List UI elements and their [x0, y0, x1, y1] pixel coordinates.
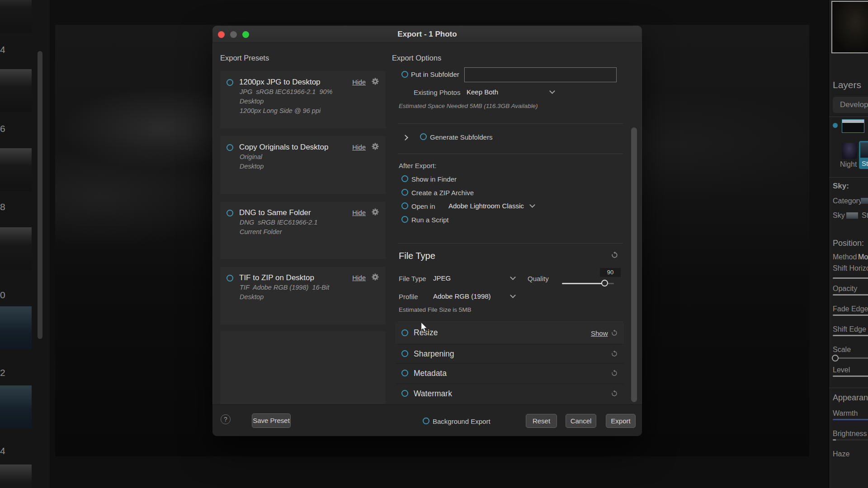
put-in-subfolder-radio[interactable] [401, 71, 408, 78]
reset-icon[interactable] [611, 370, 618, 379]
preset-detail: 1200px Long Side @ 96 ppi [240, 106, 379, 116]
show-in-finder-radio[interactable] [401, 175, 408, 182]
minimize-window-button[interactable] [230, 31, 237, 38]
preset-card[interactable]: Copy Originals to Desktop Hide Original … [220, 136, 386, 194]
generate-subfolders-radio[interactable] [420, 133, 427, 140]
preset-title: Copy Originals to Desktop [239, 143, 328, 152]
preset-radio-icon[interactable] [226, 144, 233, 151]
layers-header: Layers [833, 80, 861, 90]
file-size-note: Estimated File Size is 5MB [399, 306, 472, 313]
brightness-slider[interactable] [833, 439, 868, 441]
expand-chevron-icon[interactable] [402, 135, 408, 141]
warmth-slider[interactable] [833, 419, 868, 420]
scale-slider[interactable] [838, 357, 868, 359]
filmstrip-thumbnail[interactable] [0, 465, 32, 488]
run-script-radio[interactable] [401, 216, 408, 223]
resize-section-row[interactable]: Resize Show [396, 323, 624, 344]
resize-show-link[interactable]: Show [591, 329, 608, 337]
shift-edge-slider[interactable] [833, 335, 868, 336]
put-in-subfolder-label: Put in Subfolder [411, 70, 459, 78]
sky-option-selected-thumb [860, 142, 868, 158]
cancel-button[interactable]: Cancel [566, 414, 596, 428]
method-value[interactable]: Mo [858, 253, 868, 261]
filmstrip-thumbnail[interactable] [0, 148, 32, 191]
hide-preset-link[interactable]: Hide [352, 144, 366, 151]
zoom-window-button[interactable] [242, 31, 249, 38]
sky-option-night-thumb[interactable] [842, 143, 857, 159]
create-zip-radio[interactable] [401, 189, 408, 196]
opacity-slider[interactable] [833, 294, 868, 296]
reset-button[interactable]: Reset [526, 414, 557, 428]
hide-preset-link[interactable]: Hide [352, 79, 366, 86]
open-in-dropdown[interactable]: Adobe Lightroom Classic [448, 202, 524, 210]
edit-sidebar: Layers Develop Night St Sky: Category Sk… [829, 0, 868, 488]
quality-slider-track[interactable] [562, 283, 605, 284]
gear-icon[interactable] [371, 142, 379, 152]
close-window-button[interactable] [218, 31, 225, 38]
quality-slider-knob[interactable] [601, 280, 608, 286]
chevron-down-icon[interactable] [510, 292, 516, 298]
preset-title: DNG to Same Folder [239, 208, 311, 217]
options-scrollbar[interactable] [631, 127, 637, 402]
filmstrip-thumbnail[interactable] [0, 306, 32, 349]
filmstrip-thumbnail[interactable] [0, 385, 32, 428]
shift-horizontal-label: Shift Horizo [833, 264, 868, 272]
export-options-panel: Put in Subfolder Existing Photos Keep Bo… [392, 26, 632, 404]
export-button[interactable]: Export [606, 414, 636, 428]
sharpening-radio[interactable] [401, 350, 408, 357]
metadata-section-row[interactable]: Metadata [396, 364, 624, 384]
preset-radio-icon[interactable] [226, 275, 233, 282]
preset-radio-icon[interactable] [226, 210, 233, 216]
preset-radio-icon[interactable] [226, 79, 233, 86]
scale-label: Scale [833, 346, 851, 354]
gear-icon[interactable] [371, 208, 379, 218]
level-slider[interactable] [833, 375, 868, 377]
help-icon[interactable]: ? [221, 414, 231, 424]
filmstrip-thumbnail[interactable] [0, 0, 32, 33]
open-in-radio[interactable] [401, 202, 408, 209]
filmstrip-thumbnail[interactable] [0, 69, 32, 112]
watermark-radio[interactable] [401, 390, 408, 397]
dialog-footer: ? Save Preset Background Export Reset Ca… [212, 404, 642, 436]
filmstrip-number: 4 [0, 44, 6, 55]
category-swatch[interactable] [861, 198, 868, 204]
export-dialog: Export - 1 Photo Export Presets Export O… [212, 26, 642, 436]
gear-icon[interactable] [371, 77, 379, 87]
filmstrip-thumbnail[interactable] [0, 227, 32, 270]
gear-icon[interactable] [371, 273, 379, 283]
resize-radio[interactable] [401, 329, 408, 336]
profile-dropdown[interactable]: Adobe RGB (1998) [433, 292, 491, 300]
develop-tab[interactable]: Develop [833, 97, 868, 113]
preset-card[interactable]: DNG to Same Folder Hide DNG sRGB IEC6196… [220, 202, 386, 259]
save-preset-button[interactable]: Save Preset [252, 413, 291, 428]
reset-icon[interactable] [611, 350, 618, 359]
existing-photos-dropdown[interactable]: Keep Both [467, 88, 498, 96]
layer-thumbnail[interactable] [842, 119, 864, 133]
watermark-section-row[interactable]: Watermark [396, 384, 624, 404]
sharpening-section-row[interactable]: Sharpening [396, 344, 624, 364]
sky-swatch[interactable] [846, 212, 858, 219]
background-export-radio[interactable] [423, 418, 429, 424]
preset-card[interactable]: TIF to ZIP on Desktop Hide TIF Adobe RGB… [220, 267, 386, 324]
fade-edge-slider[interactable] [833, 314, 868, 316]
chevron-down-icon[interactable] [510, 274, 516, 280]
scale-slider-knob[interactable] [832, 355, 839, 361]
sky-option-selected[interactable]: St [859, 141, 868, 169]
subfolder-input[interactable] [464, 67, 617, 82]
reset-icon[interactable] [611, 390, 618, 399]
chevron-down-icon[interactable] [549, 88, 555, 94]
filmstrip-number: 4 [0, 446, 6, 456]
filmstrip-scrollbar[interactable] [38, 51, 42, 339]
metadata-radio[interactable] [401, 370, 408, 376]
hide-preset-link[interactable]: Hide [352, 209, 366, 216]
reset-icon[interactable] [611, 251, 618, 261]
layer-visibility-icon[interactable] [833, 123, 838, 128]
after-export-label: After Export: [399, 162, 436, 169]
hide-preset-link[interactable]: Hide [352, 274, 366, 282]
reset-icon[interactable] [611, 329, 618, 338]
category-label: Category [833, 197, 862, 205]
shift-horizontal-slider[interactable] [833, 277, 868, 279]
chevron-down-icon[interactable] [529, 202, 535, 208]
file-type-dropdown[interactable]: JPEG [433, 274, 451, 282]
preset-card[interactable]: 1200px JPG to Desktop Hide JPG sRGB IEC6… [220, 71, 386, 128]
